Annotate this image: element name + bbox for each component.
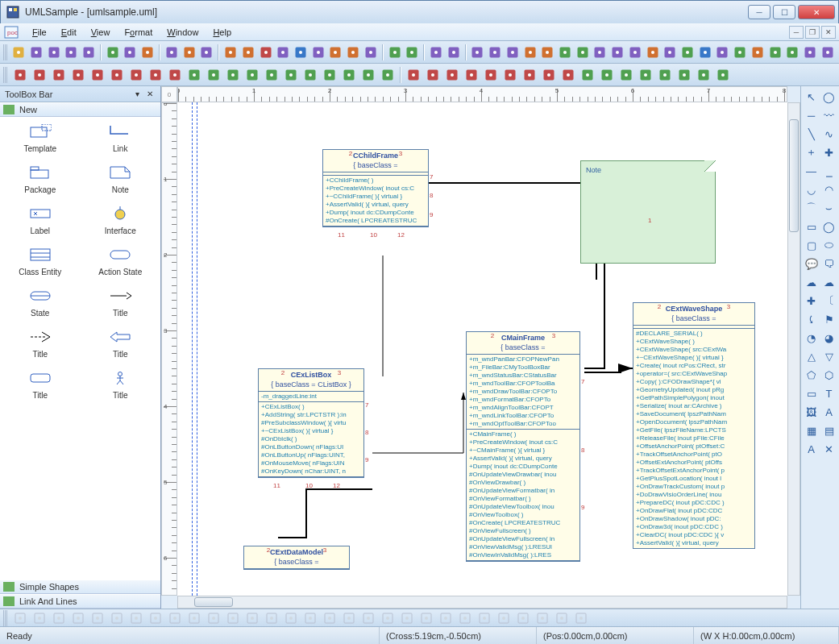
tb-zout[interactable] xyxy=(802,44,818,61)
scrollbar-vertical[interactable] xyxy=(787,102,800,596)
tb-a17[interactable] xyxy=(321,66,339,84)
btb-b2[interactable] xyxy=(31,609,48,627)
pal-tri2[interactable]: ▽ xyxy=(820,347,837,365)
tb-c5[interactable] xyxy=(482,66,500,84)
tb-c15[interactable] xyxy=(675,66,693,84)
pal-ell[interactable]: ◯ xyxy=(820,218,837,235)
toolbox-item-label[interactable]: Label xyxy=(0,206,81,235)
btb-b6[interactable] xyxy=(108,609,126,627)
tb-tree[interactable] xyxy=(592,44,608,61)
minimize-button[interactable]: ─ xyxy=(748,5,770,19)
tb-rect2[interactable] xyxy=(328,44,344,61)
toolbox-close-icon[interactable]: ✕ xyxy=(144,89,156,100)
pal-cloud2[interactable]: ☁ xyxy=(820,273,837,291)
menu-view[interactable]: View xyxy=(85,26,117,39)
mdi-restore[interactable]: ❐ xyxy=(805,26,820,39)
btb-b15[interactable] xyxy=(282,609,300,627)
pal-grid2[interactable]: ▤ xyxy=(820,422,837,439)
btb-b26[interactable] xyxy=(495,609,513,627)
tb-c17[interactable] xyxy=(714,66,732,84)
btb-b30[interactable] xyxy=(572,609,590,627)
close-button[interactable]: ✕ xyxy=(798,5,835,19)
tb-ellipse[interactable] xyxy=(293,44,309,61)
tb-grid[interactable] xyxy=(428,44,444,61)
tb-c9[interactable] xyxy=(559,66,577,84)
tb-save[interactable] xyxy=(46,44,62,61)
tb-a19[interactable] xyxy=(359,66,377,84)
tb-al-b[interactable] xyxy=(505,44,521,61)
pal-callout1[interactable]: 💬 xyxy=(803,255,820,272)
toolbox-item-link[interactable]: Link xyxy=(81,123,161,153)
canvas[interactable]: 2 CChildFrame 3 { baseClass = +CChildFra… xyxy=(177,102,787,596)
tb-c1[interactable] xyxy=(405,66,422,84)
tb-a9[interactable] xyxy=(166,66,184,84)
tb-copy[interactable] xyxy=(123,44,139,61)
btb-b20[interactable] xyxy=(379,609,397,627)
pal-arc2[interactable]: ◠ xyxy=(820,181,837,198)
tb-tank[interactable] xyxy=(363,44,379,61)
btb-b5[interactable] xyxy=(89,609,106,627)
btb-b25[interactable] xyxy=(476,609,493,627)
toolbox-item-package[interactable]: Package xyxy=(0,164,81,194)
btb-b8[interactable] xyxy=(147,609,164,627)
pal-callout2[interactable]: 🗨 xyxy=(820,255,837,272)
class-extdatamodel[interactable]: 2 CExtDataModel 3 { baseClass = xyxy=(243,546,350,570)
pal-poly1[interactable]: ⬠ xyxy=(803,366,820,384)
tb-zoom1[interactable] xyxy=(645,44,661,61)
btb-b22[interactable] xyxy=(417,609,435,627)
tb-al-cv[interactable] xyxy=(522,44,538,61)
tb-cut[interactable] xyxy=(105,44,121,61)
toolbox-item-arrow[interactable]: Title xyxy=(81,288,161,318)
tb-new-file[interactable] xyxy=(10,44,27,61)
pal-tri1[interactable]: △ xyxy=(803,347,820,365)
pal-plus2[interactable]: ✚ xyxy=(820,143,837,161)
tb-a10[interactable] xyxy=(185,66,203,84)
class-mainframe[interactable]: 2 CMainFrame 3 { baseClass = +m_wndPanBa… xyxy=(466,331,580,562)
tb-a16[interactable] xyxy=(301,66,319,84)
tb-eye[interactable] xyxy=(679,44,696,61)
tb-c16[interactable] xyxy=(695,66,712,84)
pal-curve2[interactable]: ∿ xyxy=(820,125,837,143)
guide-line[interactable] xyxy=(192,102,193,596)
btb-b13[interactable] xyxy=(243,609,261,627)
tb-c6[interactable] xyxy=(501,66,519,84)
tb-undo[interactable] xyxy=(63,44,79,61)
toolbox-item-class[interactable]: Class Entity xyxy=(0,247,81,276)
tb-c13[interactable] xyxy=(637,66,654,84)
toolbox-item-action[interactable]: Action State xyxy=(81,247,161,276)
tb-star[interactable] xyxy=(627,44,643,61)
tb-c10[interactable] xyxy=(579,66,596,84)
pal-line1[interactable]: ─ xyxy=(803,106,820,124)
pal-lasso[interactable]: ◯ xyxy=(820,88,837,106)
tb-c7[interactable] xyxy=(521,66,538,84)
toolbox-item-note[interactable]: Note xyxy=(81,164,161,194)
toolbox-cat-simple[interactable]: Simple Shapes xyxy=(0,580,160,594)
tb-box[interactable] xyxy=(557,44,573,61)
toolbox-item-rect2[interactable]: Title xyxy=(0,370,81,400)
pal-a-char[interactable]: A xyxy=(820,403,837,421)
btb-b17[interactable] xyxy=(321,609,339,627)
tb-al-t[interactable] xyxy=(487,44,503,61)
menu-edit[interactable]: Edit xyxy=(55,26,83,39)
pal-curve1[interactable]: 〰 xyxy=(820,106,837,124)
pal-line3[interactable]: — xyxy=(803,162,820,180)
pal-line2[interactable]: ╲ xyxy=(803,125,820,143)
tb-a5[interactable] xyxy=(89,66,106,84)
toolbox-menu-icon[interactable]: ▾ xyxy=(131,89,143,100)
tb-a15[interactable] xyxy=(282,66,300,84)
btb-b24[interactable] xyxy=(456,609,474,627)
tb-a3[interactable] xyxy=(50,66,68,84)
tb-ptr[interactable] xyxy=(404,44,420,61)
btb-b12[interactable] xyxy=(224,609,242,627)
scroll-thumb[interactable] xyxy=(194,597,233,607)
tb-help[interactable] xyxy=(199,44,215,61)
btb-b3[interactable] xyxy=(50,609,68,627)
pal-pie2[interactable]: ◕ xyxy=(820,329,837,347)
tb-a8[interactable] xyxy=(147,66,164,84)
btb-b27[interactable] xyxy=(514,609,532,627)
tb-a1[interactable] xyxy=(11,66,29,84)
tb-a4[interactable] xyxy=(69,66,87,84)
tb-list2[interactable] xyxy=(240,44,256,61)
tb-fit[interactable] xyxy=(767,44,783,61)
tb-grp[interactable] xyxy=(732,44,748,61)
